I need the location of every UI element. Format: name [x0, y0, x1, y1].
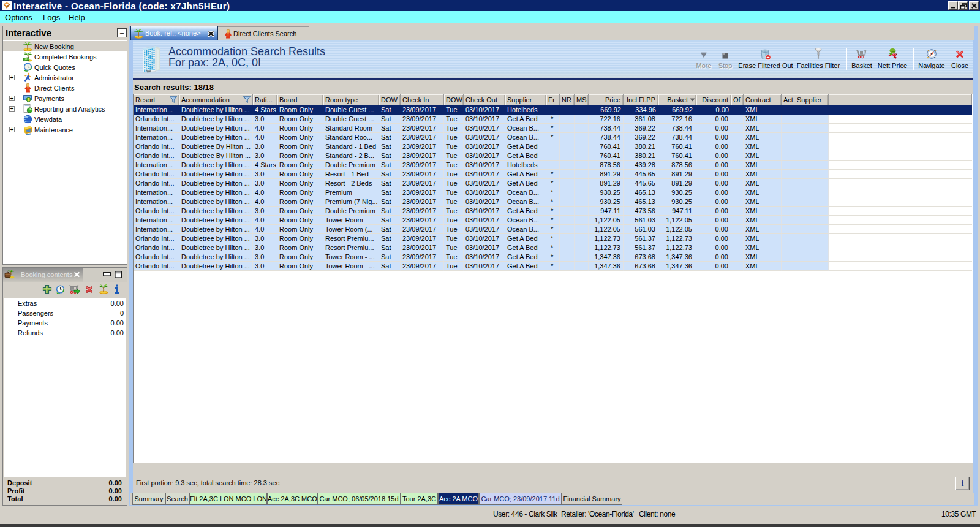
svg-text:$: $ — [27, 97, 30, 102]
